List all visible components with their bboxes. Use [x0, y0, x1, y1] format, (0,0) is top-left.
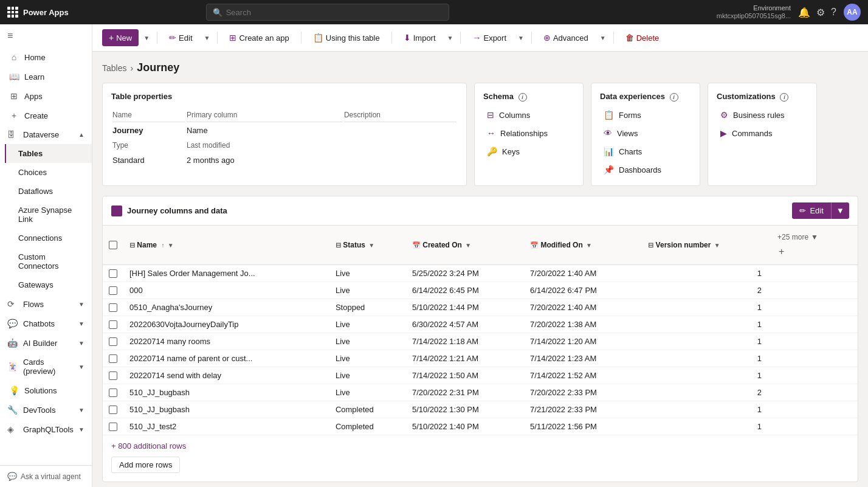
row-checkbox[interactable]: [109, 354, 117, 363]
row-checkbox[interactable]: [109, 406, 117, 414]
row-checkbox[interactable]: [109, 303, 117, 312]
export-button[interactable]: → Export: [466, 29, 513, 46]
data-experiences-info-icon[interactable]: i: [670, 93, 678, 102]
col-modified-filter[interactable]: ▼: [586, 242, 592, 249]
new-button[interactable]: + New: [102, 29, 139, 46]
customizations-info-icon[interactable]: i: [780, 93, 788, 102]
data-grid: ⊟ Name ↑ ▼ ⊟ Status ▼ 📅: [103, 226, 858, 435]
sidebar-group-chatbots[interactable]: 💬 Chatbots ▼: [0, 314, 92, 333]
props-name-value: Journey: [112, 123, 185, 137]
toolbar-sep-2: [217, 32, 218, 44]
delete-button[interactable]: 🗑 Delete: [619, 29, 666, 46]
row-checkbox[interactable]: [109, 269, 117, 278]
edit-chevron[interactable]: ▼: [202, 32, 213, 44]
edit-button[interactable]: ✏ Edit: [162, 29, 199, 46]
sidebar-group-devtools[interactable]: 🔧 DevTools ▼: [0, 400, 92, 420]
data-exp-item-dashboards[interactable]: 📌 Dashboards: [600, 162, 691, 177]
advanced-button[interactable]: ⊕ Advanced: [537, 29, 595, 46]
sidebar-item-home[interactable]: ⌂ Home: [0, 47, 92, 67]
create-app-button[interactable]: ⊞ Create an app: [222, 29, 295, 46]
more-rows-link[interactable]: + 800 additional rows: [111, 441, 186, 451]
row-check-cell: [103, 265, 123, 282]
table-row: 20220630VojtaJourneyDailyTip Live 6/30/2…: [103, 316, 858, 333]
data-exp-item-views[interactable]: 👁 Views: [600, 126, 691, 140]
sidebar-item-gateways[interactable]: Gateways: [5, 275, 92, 294]
export-label: Export: [483, 33, 506, 43]
notification-icon[interactable]: 🔔: [798, 7, 810, 18]
data-edit-button[interactable]: ✏ Edit: [792, 202, 830, 219]
search-bar[interactable]: 🔍: [206, 4, 449, 21]
col-name-sort[interactable]: ↑: [161, 242, 164, 249]
row-extra: [768, 333, 858, 350]
advanced-chevron[interactable]: ▼: [598, 32, 608, 44]
sidebar-group-dataverse[interactable]: 🗄 Dataverse ▲: [0, 125, 92, 144]
sidebar-item-choices[interactable]: Choices: [5, 163, 92, 182]
sidebar-item-create[interactable]: + Create: [0, 106, 92, 125]
row-checkbox[interactable]: [109, 371, 117, 380]
sidebar-group-graphql[interactable]: ◈ GraphQLTools ▼: [0, 420, 92, 439]
sidebar-item-learn[interactable]: 📖 Learn: [0, 67, 92, 86]
schema-item-columns[interactable]: ⊟ Columns: [483, 108, 574, 122]
custom-item-business-rules[interactable]: ⚙ Business rules: [717, 108, 808, 122]
row-modified: 7/14/2022 1:20 AM: [524, 333, 642, 350]
import-label: Import: [413, 33, 436, 43]
col-status-filter[interactable]: ▼: [368, 242, 374, 249]
sidebar-item-solutions[interactable]: 💡 Solutions: [0, 381, 92, 400]
custom-item-commands[interactable]: ▶ Commands: [717, 126, 808, 140]
sidebar-item-label: Create: [24, 111, 48, 120]
schema-info-icon[interactable]: i: [518, 93, 527, 102]
add-col-button[interactable]: +: [774, 244, 789, 260]
row-status: Live: [329, 350, 406, 367]
row-checkbox[interactable]: [109, 337, 117, 346]
toolbar: + New ▼ ✏ Edit ▼ ⊞ Create an app 📋 Using…: [92, 24, 868, 52]
col-created-filter[interactable]: ▼: [465, 242, 471, 249]
sidebar-group-cards[interactable]: 🃏 Cards (preview) ▼: [0, 353, 92, 381]
footer-row: + 800 additional rows: [103, 435, 858, 457]
add-rows-button[interactable]: Add more rows: [111, 457, 180, 473]
schema-item-relationships[interactable]: ↔ Relationships: [483, 126, 574, 140]
data-edit-chevron[interactable]: ▼: [831, 202, 849, 219]
toolbar-sep-4: [391, 32, 392, 44]
schema-item-keys[interactable]: 🔑 Keys: [483, 144, 574, 159]
header-checkbox[interactable]: [109, 241, 117, 249]
virtual-agent-button[interactable]: 💬 Ask a virtual agent: [0, 465, 92, 487]
table-row: 510_JJ_test2 Completed 5/10/2022 1:40 PM…: [103, 418, 858, 435]
help-icon[interactable]: ?: [831, 7, 836, 18]
row-checkbox[interactable]: [109, 286, 117, 295]
sidebar-item-apps[interactable]: ⊞ Apps: [0, 86, 92, 106]
data-exp-item-charts[interactable]: 📊 Charts: [600, 144, 691, 159]
environment-id: mktcxptip05070515sg8...: [717, 12, 791, 20]
col-version-filter[interactable]: ▼: [714, 242, 720, 249]
sidebar-collapse-button[interactable]: ≡: [0, 24, 92, 47]
col-name-filter[interactable]: ▼: [168, 242, 174, 249]
using-table-button[interactable]: 📋 Using this table: [306, 29, 387, 46]
sidebar-item-dataflows[interactable]: Dataflows: [5, 182, 92, 201]
sidebar-group-flows[interactable]: ⟳ Flows ▼: [0, 294, 92, 314]
table-row: 510_JJ_bugbash Completed 5/10/2022 1:30 …: [103, 401, 858, 418]
settings-icon[interactable]: ⚙: [816, 7, 825, 18]
top-nav: Power Apps 🔍 Environment mktcxptip050705…: [0, 0, 868, 24]
sidebar-item-connections[interactable]: Connections: [5, 229, 92, 247]
import-button[interactable]: ⬇ Import: [397, 29, 443, 46]
row-status: Live: [329, 367, 406, 384]
row-extra: [768, 384, 858, 401]
export-chevron[interactable]: ▼: [515, 32, 526, 44]
sidebar-item-tables[interactable]: Tables: [5, 144, 92, 163]
new-chevron[interactable]: ▼: [141, 32, 152, 44]
top-nav-right: Environment mktcxptip05070515sg8... 🔔 ⚙ …: [717, 4, 861, 21]
more-cols-button[interactable]: +25 more ▼: [774, 230, 822, 244]
col-version-icon: ⊟: [648, 241, 653, 249]
app-launcher[interactable]: Power Apps: [7, 7, 69, 18]
avatar[interactable]: AA: [844, 4, 861, 21]
sidebar-item-azure-synapse[interactable]: Azure Synapse Link: [5, 201, 92, 229]
import-chevron[interactable]: ▼: [445, 32, 456, 44]
search-input[interactable]: [226, 8, 443, 17]
row-checkbox[interactable]: [109, 320, 117, 329]
row-checkbox[interactable]: [109, 423, 117, 431]
virtual-agent-icon: 💬: [7, 472, 17, 481]
data-exp-item-forms[interactable]: 📋 Forms: [600, 108, 691, 122]
sidebar-item-custom-connectors[interactable]: Custom Connectors: [5, 247, 92, 275]
row-checkbox[interactable]: [109, 389, 117, 397]
breadcrumb-tables[interactable]: Tables: [102, 63, 126, 73]
sidebar-group-ai-builder[interactable]: 🤖 AI Builder ▼: [0, 333, 92, 353]
